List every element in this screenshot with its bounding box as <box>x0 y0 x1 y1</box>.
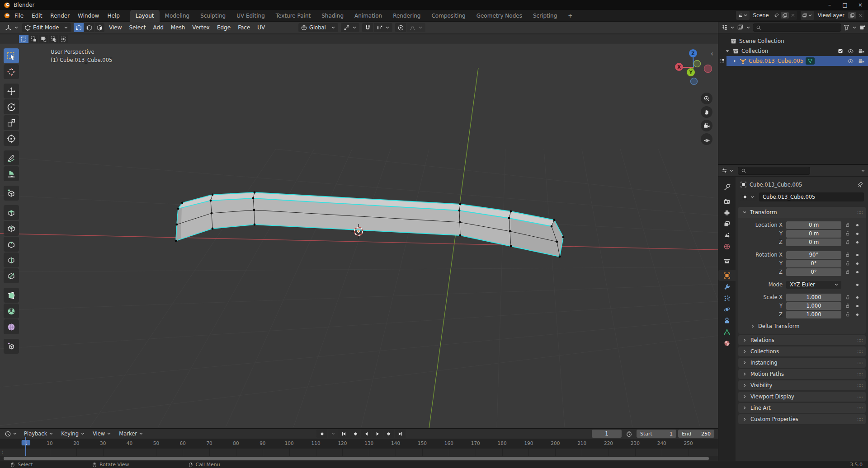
viewport-menu-item[interactable]: Face <box>234 23 254 33</box>
new-collection-icon[interactable] <box>859 24 866 31</box>
eye-icon[interactable] <box>847 48 854 55</box>
duplicate-icon[interactable] <box>848 12 856 19</box>
viewport-menu-item[interactable]: Select <box>125 23 149 33</box>
workspace-tab[interactable]: UV Editing <box>231 10 270 22</box>
lock-open-icon[interactable] <box>843 261 852 266</box>
frame-tick[interactable]: 120 <box>338 440 347 446</box>
properties-tab[interactable] <box>718 315 736 326</box>
clock-icon[interactable] <box>5 431 11 437</box>
animate-dot[interactable] <box>856 296 859 299</box>
workspace-tab[interactable]: Rendering <box>387 10 426 22</box>
orientation-dropdown[interactable]: Global <box>298 23 338 32</box>
collapsed-panel[interactable]: Custom Properties ∷∷ <box>738 414 866 424</box>
pin-icon[interactable] <box>857 181 864 188</box>
select-box-mode-button[interactable] <box>49 35 58 43</box>
zoom-button[interactable] <box>701 93 712 104</box>
collapsed-panel[interactable]: Viewport Display ∷∷ <box>738 392 866 402</box>
viewport-menu-item[interactable]: UV <box>254 23 269 33</box>
viewport-menu-item[interactable]: Mesh <box>167 23 189 33</box>
select-mode-button[interactable] <box>84 23 94 32</box>
properties-editor-icon[interactable] <box>721 167 728 174</box>
field-value[interactable]: 0 m <box>786 239 841 246</box>
animate-dot[interactable] <box>856 254 859 256</box>
properties-tab[interactable] <box>718 207 736 218</box>
toolbar-tool-button[interactable] <box>4 339 19 354</box>
menu-item[interactable]: Help <box>103 10 123 22</box>
animate-dot[interactable] <box>856 241 859 243</box>
field-value[interactable]: 0° <box>786 260 841 267</box>
workspace-tab[interactable]: Animation <box>349 10 387 22</box>
current-frame-field[interactable]: 1 <box>592 430 622 438</box>
mesh-object[interactable] <box>175 192 565 258</box>
field-value[interactable]: 1.000 <box>786 311 841 318</box>
outliner-editor-icon[interactable] <box>721 24 728 31</box>
toolbar-tool-button[interactable] <box>4 131 19 146</box>
close-small-icon[interactable] <box>789 13 797 18</box>
transform-panel-header[interactable]: Transform ∷∷ <box>738 207 866 218</box>
duplicate-icon[interactable] <box>781 12 789 19</box>
auto-keying-toggle[interactable] <box>316 430 327 438</box>
timeline-menu-item[interactable]: View <box>89 429 115 439</box>
animate-dot[interactable] <box>856 224 859 226</box>
workspace-tab[interactable]: Texture Paint <box>270 10 316 22</box>
frame-end-field[interactable]: End250 <box>678 430 714 438</box>
select-mode-button[interactable] <box>94 23 104 32</box>
panel-grip[interactable]: ∷∷ <box>857 349 862 354</box>
menu-item[interactable]: Render <box>46 10 74 22</box>
frame-start-field[interactable]: Start1 <box>637 430 676 438</box>
properties-tab[interactable] <box>718 181 736 192</box>
properties-tab[interactable] <box>718 196 736 207</box>
select-mode-button[interactable] <box>74 23 84 32</box>
workspace-tab[interactable]: Scripting <box>528 10 562 22</box>
panel-grip[interactable]: ∷∷ <box>857 210 862 215</box>
delta-transform-subpanel[interactable]: Delta Transform <box>738 321 866 331</box>
timeline-channels[interactable] <box>0 449 718 456</box>
id-type-button[interactable] <box>740 192 757 201</box>
chevron-down-icon[interactable] <box>860 168 866 173</box>
animate-dot[interactable] <box>856 305 859 307</box>
properties-tab[interactable] <box>718 218 736 229</box>
menu-item[interactable]: Edit <box>28 10 46 22</box>
select-box-mode-button[interactable] <box>19 35 28 43</box>
workspace-tab[interactable]: Modeling <box>160 10 195 22</box>
toolbar-tool-button[interactable] <box>4 319 19 334</box>
panel-grip[interactable]: ∷∷ <box>857 360 862 365</box>
view-layer-name[interactable]: ViewLayer <box>814 12 848 19</box>
toolbar-tool-button[interactable] <box>4 205 19 220</box>
toolbar-tool-button[interactable] <box>4 166 19 181</box>
properties-tab[interactable] <box>718 292 736 304</box>
mode-dropdown[interactable]: Edit Mode <box>22 23 71 32</box>
workspace-tab[interactable]: Geometry Nodes <box>471 10 528 22</box>
timeline-menu-item[interactable]: Marker <box>115 429 147 439</box>
animate-dot[interactable] <box>856 314 859 316</box>
frame-tick[interactable]: 130 <box>364 440 373 446</box>
select-box-mode-button[interactable] <box>29 35 38 43</box>
toolbar-tool-button[interactable] <box>4 64 19 79</box>
close-button[interactable]: × <box>853 0 868 10</box>
collapsed-panel[interactable]: Collections ∷∷ <box>738 346 866 356</box>
frame-tick[interactable]: 20 <box>73 440 79 446</box>
field-value[interactable]: 0° <box>786 268 841 276</box>
collapsed-panel[interactable]: Instancing ∷∷ <box>738 358 866 368</box>
select-box-mode-button[interactable] <box>59 35 68 43</box>
editor-type-button[interactable] <box>3 23 21 32</box>
gizmo-axis-neg-y[interactable] <box>694 61 701 67</box>
eye-icon[interactable] <box>847 58 854 65</box>
frame-tick[interactable]: 10 <box>47 440 52 446</box>
properties-tab[interactable] <box>718 241 736 252</box>
panel-grip[interactable]: ∷∷ <box>857 406 862 411</box>
lock-open-icon[interactable] <box>843 303 852 309</box>
toolbar-tool-button[interactable] <box>4 115 19 130</box>
viewport-menu-item[interactable]: Add <box>150 23 167 33</box>
pan-button[interactable] <box>701 106 712 118</box>
outliner-search-input[interactable] <box>753 23 841 32</box>
viewport-menu-item[interactable]: Edge <box>213 23 234 33</box>
lock-open-icon[interactable] <box>843 269 852 275</box>
collapsed-panel[interactable]: Motion Paths ∷∷ <box>738 369 866 379</box>
properties-tab[interactable] <box>718 337 736 349</box>
frame-tick[interactable]: 220 <box>604 440 613 446</box>
camera-view-button[interactable] <box>701 120 712 131</box>
workspace-tab[interactable]: Shading <box>316 10 349 22</box>
frame-tick[interactable]: 70 <box>206 440 212 446</box>
frame-tick[interactable]: 160 <box>444 440 453 446</box>
